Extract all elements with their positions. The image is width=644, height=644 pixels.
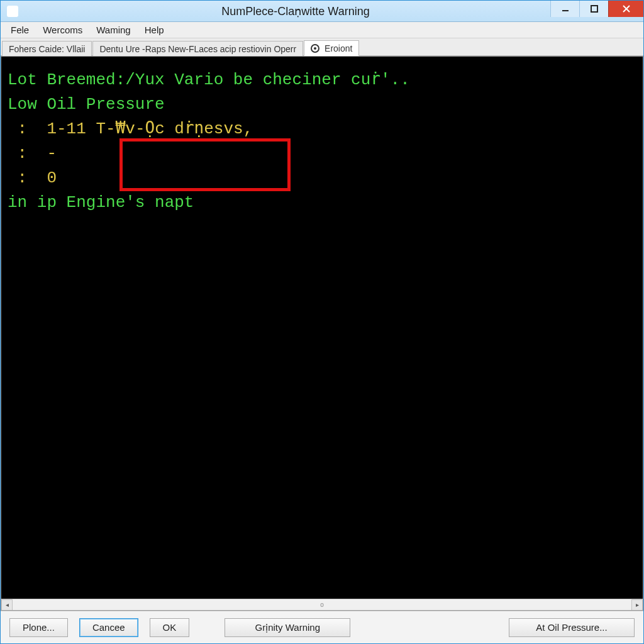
menu-bar: Fele Wercoms Waming Help bbox=[1, 22, 643, 38]
tab-strip: Fohers Caide: Vllaii Dentu Ure -Raps New… bbox=[1, 38, 643, 56]
terminal-line: : 1-11 T-₩v-Ọc dṙṇesvs, bbox=[8, 117, 636, 142]
tab-dentu[interactable]: Dentu Ure -Raps New-FLaces acip restiovi… bbox=[92, 41, 303, 56]
terminal-line: Low Oil Pressure bbox=[8, 92, 636, 117]
horizontal-scrollbar[interactable]: ◂ o ▸ bbox=[1, 599, 643, 610]
button-bar: Plone... Cancee OK Grịnity Warning At Oi… bbox=[1, 611, 643, 643]
menu-help[interactable]: Help bbox=[138, 23, 170, 37]
menu-file[interactable]: Fele bbox=[4, 23, 35, 37]
globe-icon bbox=[311, 44, 319, 53]
title-bar: NumPlece-Claṇwitte Warning bbox=[1, 1, 643, 22]
ok-button[interactable]: OK bbox=[150, 618, 190, 637]
scroll-track[interactable]: o bbox=[13, 599, 631, 611]
terminal-line: Lot Breemed:/Yux Vario be checiner cuṙ'.… bbox=[8, 68, 636, 92]
terminal-output[interactable]: Lot Breemed:/Yux Vario be checiner cuṙ'.… bbox=[1, 57, 643, 599]
app-icon bbox=[7, 6, 18, 17]
window-controls bbox=[550, 1, 643, 19]
warning-button[interactable]: Grịnity Warning bbox=[225, 618, 350, 637]
terminal-line: in ip Engine's napt bbox=[8, 191, 636, 215]
minimize-button[interactable] bbox=[550, 1, 579, 17]
terminal-line: : 0 bbox=[8, 166, 636, 191]
plone-button[interactable]: Plone... bbox=[9, 618, 68, 637]
maximize-button[interactable] bbox=[579, 1, 608, 17]
menu-warning[interactable]: Waming bbox=[90, 23, 136, 37]
scroll-left-button[interactable]: ◂ bbox=[1, 599, 13, 611]
tab-label: Dentu Ure -Raps New-FLaces acip restiovi… bbox=[99, 44, 296, 54]
app-window: NumPlece-Claṇwitte Warning Fele Wercoms … bbox=[0, 0, 644, 644]
close-button[interactable] bbox=[608, 1, 643, 17]
tab-label: Eroiont bbox=[325, 43, 352, 53]
svg-rect-1 bbox=[591, 6, 597, 12]
terminal-container: Lot Breemed:/Yux Vario be checiner cuṙ'.… bbox=[1, 56, 643, 611]
tab-fohers[interactable]: Fohers Caide: Vllaii bbox=[2, 41, 92, 56]
menu-wercoms[interactable]: Wercoms bbox=[36, 23, 89, 37]
cancel-button[interactable]: Cancee bbox=[79, 618, 138, 637]
tab-eroiont[interactable]: Eroiont bbox=[304, 40, 359, 56]
scroll-right-button[interactable]: ▸ bbox=[631, 599, 643, 611]
oil-pressure-button[interactable]: At Oil Pressure... bbox=[509, 618, 635, 637]
terminal-line: : - bbox=[8, 142, 636, 166]
tab-label: Fohers Caide: Vllaii bbox=[9, 44, 85, 54]
